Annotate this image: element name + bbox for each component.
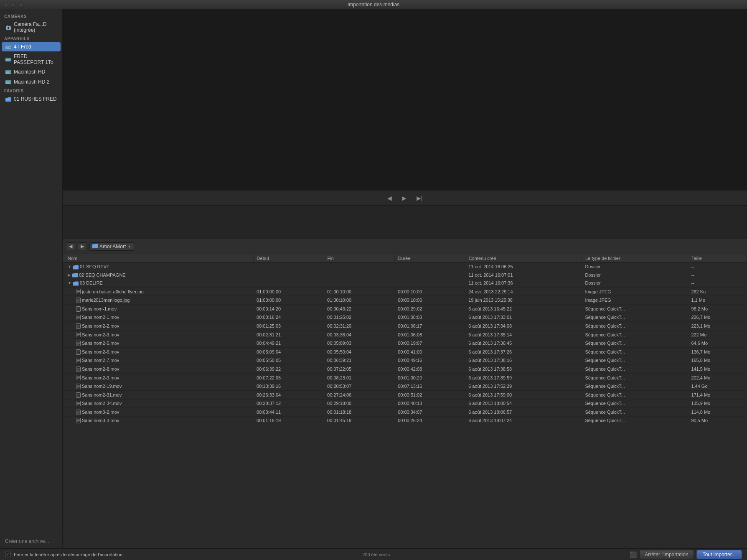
file-icon bbox=[76, 315, 82, 321]
col-header-size[interactable]: Taille bbox=[688, 254, 747, 263]
expand-arrow-icon[interactable]: ▶ bbox=[68, 273, 71, 277]
preview-video bbox=[63, 9, 747, 190]
file-name-text: juste un baiser affiche flyer.jpg bbox=[82, 289, 144, 294]
sidebar-item-4t-fred[interactable]: 4T Fred bbox=[2, 42, 61, 51]
sidebar-item-fred-passeport[interactable]: FRED PASSEPORT 1To bbox=[2, 52, 61, 66]
table-row[interactable]: Sans nom2-6.mov00:05:09:0400:05:50:0400:… bbox=[63, 347, 747, 356]
cell-size: 202,4 Mo bbox=[688, 373, 747, 382]
import-all-button[interactable]: Tout importer... bbox=[696, 550, 742, 559]
close-window-checkbox[interactable] bbox=[5, 552, 10, 557]
cell-duree bbox=[394, 279, 465, 288]
file-list-container[interactable]: Nom Début Fin Durée Contenu créé Le type… bbox=[63, 254, 747, 548]
folder-selector[interactable]: Amor AMort ▼ bbox=[89, 242, 134, 251]
browse-forward-button[interactable]: ▶ bbox=[78, 242, 87, 250]
col-header-name[interactable]: Nom bbox=[63, 254, 253, 263]
col-header-created[interactable]: Contenu créé bbox=[465, 254, 582, 263]
sidebar-item-macintosh-hd2[interactable]: Macintosh HD 2 bbox=[2, 77, 61, 87]
table-row[interactable]: Sans nom2-2.mov00:01:25:0300:02:31:2000:… bbox=[63, 322, 747, 331]
expand-arrow-icon[interactable]: ▼ bbox=[68, 265, 71, 269]
file-name-text: Sans nom2-9.mov bbox=[82, 375, 119, 380]
table-row[interactable]: Sans nom2-34.mov00:28:37:1200:29:18:0000… bbox=[63, 399, 747, 408]
table-row[interactable]: Sans nom2-3.mov00:02:31:2100:03:38:0400:… bbox=[63, 330, 747, 339]
stop-import-button[interactable]: Arrêter l'importation bbox=[639, 550, 694, 559]
browse-bar: ◀ ▶ Amor AMort ▼ bbox=[63, 239, 747, 254]
cell-filetype: Séquence QuickT... bbox=[582, 339, 688, 348]
folder-icon-rushes bbox=[5, 96, 12, 102]
minimize-button[interactable] bbox=[11, 2, 16, 7]
svg-rect-9 bbox=[5, 58, 11, 59]
table-row[interactable]: Sans nom3-2.mov00:00:44:1100:01:18:1800:… bbox=[63, 408, 747, 417]
sidebar-item-macintosh-hd[interactable]: Macintosh HD bbox=[2, 67, 61, 76]
cell-fin: 00:01:25:02 bbox=[324, 313, 394, 322]
cell-fin: 00:05:50:04 bbox=[324, 347, 394, 356]
col-header-filetype[interactable]: Le type de fichier bbox=[582, 254, 688, 263]
cell-debut: 00:05:50:05 bbox=[253, 356, 324, 365]
table-row[interactable]: Sans nom2-31.mov00:26:33:0400:27:24:0600… bbox=[63, 390, 747, 399]
cell-size: 135,9 Mo bbox=[688, 399, 747, 408]
file-icon bbox=[76, 418, 82, 424]
cell-duree: 00:01:06:17 bbox=[394, 322, 465, 331]
col-header-fin[interactable]: Fin bbox=[324, 254, 394, 263]
expand-arrow-icon[interactable]: ▼ bbox=[68, 281, 71, 285]
table-row[interactable]: marie2013menilogo.jpg01:00:00:0001:00:10… bbox=[63, 296, 747, 305]
maximize-button[interactable] bbox=[18, 2, 23, 7]
file-name-text: Sans nom2-2.mov bbox=[82, 323, 119, 328]
prev-frame-button[interactable]: ◀ bbox=[385, 193, 394, 203]
cell-filetype: Séquence QuickT... bbox=[582, 322, 688, 331]
table-row[interactable]: Sans nom2-19.mov00:13:39:1600:20:53:0700… bbox=[63, 382, 747, 391]
close-button[interactable] bbox=[3, 2, 8, 7]
col-header-duree[interactable]: Durée bbox=[394, 254, 465, 263]
sidebar-item-camera[interactable]: Caméra Fa...D (intégrée) bbox=[2, 20, 61, 34]
cell-name: Sans nom2-1.mov bbox=[63, 313, 253, 322]
cell-duree: 00:00:29:02 bbox=[394, 304, 465, 313]
cell-debut bbox=[253, 279, 324, 288]
file-name-text: Sans nom2-34.mov bbox=[82, 401, 122, 406]
table-row[interactable]: Sans nom2-7.mov00:05:50:0500:06:39:2100:… bbox=[63, 356, 747, 365]
file-icon bbox=[76, 306, 82, 312]
table-row[interactable]: ▼01 SEQ REVE11 oct. 2014 16:06:25Dossier… bbox=[63, 263, 747, 271]
cell-duree: 00:00:19:07 bbox=[394, 339, 465, 348]
table-row[interactable]: Sans nom2-9.mov00:07:22:0600:08:23:0100:… bbox=[63, 373, 747, 382]
col-header-debut[interactable]: Début bbox=[253, 254, 324, 263]
table-row[interactable]: juste un baiser affiche flyer.jpg01:00:0… bbox=[63, 287, 747, 296]
cell-filetype: Dossier bbox=[582, 263, 688, 271]
sidebar-bottom: Créer une archive... bbox=[0, 534, 62, 548]
cell-size: 165,8 Mo bbox=[688, 356, 747, 365]
table-row[interactable]: ▼03 DELIRE11 oct. 2014 16:07:36Dossier-- bbox=[63, 279, 747, 288]
svg-point-13 bbox=[10, 72, 10, 73]
cell-filetype: Séquence QuickT... bbox=[582, 356, 688, 365]
cell-size: 114,8 Mo bbox=[688, 408, 747, 417]
table-row[interactable]: Sans nom2-8.mov00:06:39:2200:07:22:0500:… bbox=[63, 365, 747, 374]
window-title: Importation des médias bbox=[348, 2, 400, 8]
cell-size: 98,2 Mo bbox=[688, 304, 747, 313]
statusbar-left: Fermer la fenêtre après le démarrage de … bbox=[5, 552, 122, 557]
cell-created: 11 oct. 2014 16:07:36 bbox=[465, 279, 582, 288]
cell-name: Sans nom2-19.mov bbox=[63, 382, 253, 391]
play-button[interactable]: ▶ bbox=[399, 193, 409, 203]
create-archive-button[interactable]: Créer une archive... bbox=[3, 537, 51, 545]
browse-back-button[interactable]: ◀ bbox=[66, 242, 75, 250]
table-row[interactable]: ▶02 SEQ CHAMPAGNE11 oct. 2014 16:07:01Do… bbox=[63, 271, 747, 279]
cell-size: 64,6 Mo bbox=[688, 339, 747, 348]
file-name-text: Sans nom3-3.mov bbox=[82, 418, 119, 423]
cell-duree: 00:01:00:20 bbox=[394, 373, 465, 382]
file-icon bbox=[76, 323, 82, 329]
svg-rect-15 bbox=[5, 80, 11, 81]
cell-debut: 00:00:16:24 bbox=[253, 313, 324, 322]
cell-filetype: Séquence QuickT... bbox=[582, 330, 688, 339]
cell-name: ▼03 DELIRE bbox=[63, 279, 253, 288]
next-frame-button[interactable]: ▶| bbox=[414, 193, 425, 203]
drive-icon-mac-hd bbox=[5, 69, 12, 75]
cell-debut: 00:13:39:16 bbox=[253, 382, 324, 391]
cell-debut: 00:06:39:22 bbox=[253, 365, 324, 374]
cell-created: 6 août 2013 17:34:08 bbox=[465, 322, 582, 331]
cell-filetype: Séquence QuickT... bbox=[582, 390, 688, 399]
cell-name: Sans nom3-2.mov bbox=[63, 408, 253, 417]
sidebar-item-rushes-fred[interactable]: 01 RUSHES FRED bbox=[2, 94, 61, 104]
table-row[interactable]: Sans nom2-1.mov00:00:16:2400:01:25:0200:… bbox=[63, 313, 747, 322]
svg-point-16 bbox=[10, 82, 10, 83]
table-row[interactable]: Sans nom2-5.mov00:04:49:2100:05:09:0300:… bbox=[63, 339, 747, 348]
table-row[interactable]: Sans nom3-3.mov00:01:18:1900:01:45:1800:… bbox=[63, 416, 747, 425]
table-row[interactable]: Sans nom-1.mov00:00:14:2000:00:43:2200:0… bbox=[63, 304, 747, 313]
cell-debut: 00:04:49:21 bbox=[253, 339, 324, 348]
